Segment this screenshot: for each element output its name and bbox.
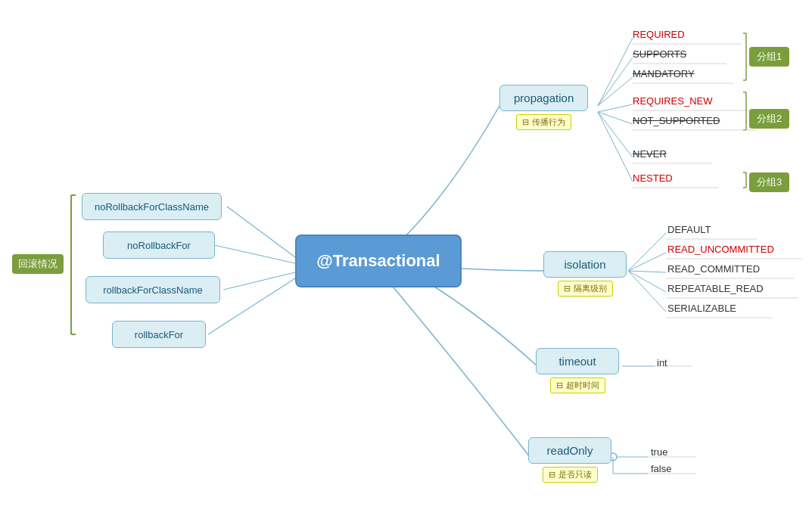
main-node-label: @Transactional: [316, 251, 440, 271]
iso-repeatable-read: REPEATABLE_READ: [667, 283, 764, 294]
iso-serializable: SERIALIZABLE: [667, 303, 736, 314]
svg-line-20: [628, 271, 666, 312]
svg-line-44: [227, 207, 295, 257]
group1-label: 分组1: [749, 47, 789, 67]
prop-nested: NESTED: [633, 172, 673, 184]
main-node: @Transactional: [295, 235, 462, 287]
iso-read-uncommitted: READ_UNCOMMITTED: [667, 244, 774, 255]
rollback-node-1: noRollbackForClassName: [82, 193, 222, 220]
prop-requires-new: REQUIRES_NEW: [633, 95, 712, 107]
rollback-node-3: rollbackForClassName: [86, 276, 220, 303]
timeout-label: timeout: [536, 348, 619, 374]
prop-mandatory: MANDATORY: [633, 68, 695, 79]
prop-supports: SUPPORTS: [633, 48, 686, 60]
rollback-group-label: 回滚情况: [12, 254, 64, 274]
svg-line-19: [628, 271, 666, 292]
group3-label: 分组3: [749, 172, 789, 192]
readonly-false: false: [651, 463, 671, 474]
group2-label: 分组2: [749, 109, 789, 129]
readonly-true: true: [651, 446, 667, 458]
svg-line-16: [628, 233, 666, 271]
isolation-node: isolation 隔离级别: [543, 251, 627, 297]
rollback-node-2-label: noRollbackFor: [127, 240, 191, 251]
svg-line-18: [628, 271, 666, 272]
svg-line-17: [628, 253, 666, 271]
iso-default: DEFAULT: [667, 224, 711, 235]
timeout-sublabel: 超时时间: [550, 377, 605, 393]
readonly-node: readOnly 是否只读: [528, 437, 611, 483]
iso-read-committed: READ_COMMITTED: [667, 263, 760, 275]
isolation-label: isolation: [543, 251, 627, 278]
prop-not-supported: NOT_SUPPORTED: [633, 115, 720, 126]
svg-line-5: [598, 112, 633, 157]
svg-line-0: [598, 38, 633, 106]
timeout-node: timeout 超时时间: [536, 348, 619, 393]
rollback-node-1-label: noRollbackForClassName: [95, 201, 209, 213]
svg-line-46: [223, 272, 295, 290]
propagation-node: propagation 传播行为: [499, 85, 588, 130]
rollback-node-3-label: rollbackForClassName: [103, 284, 202, 296]
rollback-node-4: rollbackFor: [112, 321, 206, 348]
prop-required: REQUIRED: [633, 29, 685, 40]
rollback-node-2: noRollbackFor: [103, 231, 215, 259]
readonly-sublabel: 是否只读: [543, 467, 598, 483]
propagation-label: propagation: [499, 85, 588, 111]
rollback-node-4-label: rollbackFor: [135, 329, 183, 340]
svg-line-3: [598, 104, 633, 112]
propagation-sublabel: 传播行为: [516, 114, 571, 130]
svg-line-47: [208, 278, 295, 334]
isolation-sublabel: 隔离级别: [558, 281, 613, 297]
prop-never: NEVER: [633, 148, 667, 160]
readonly-label: readOnly: [528, 437, 611, 464]
timeout-int: int: [657, 357, 667, 368]
